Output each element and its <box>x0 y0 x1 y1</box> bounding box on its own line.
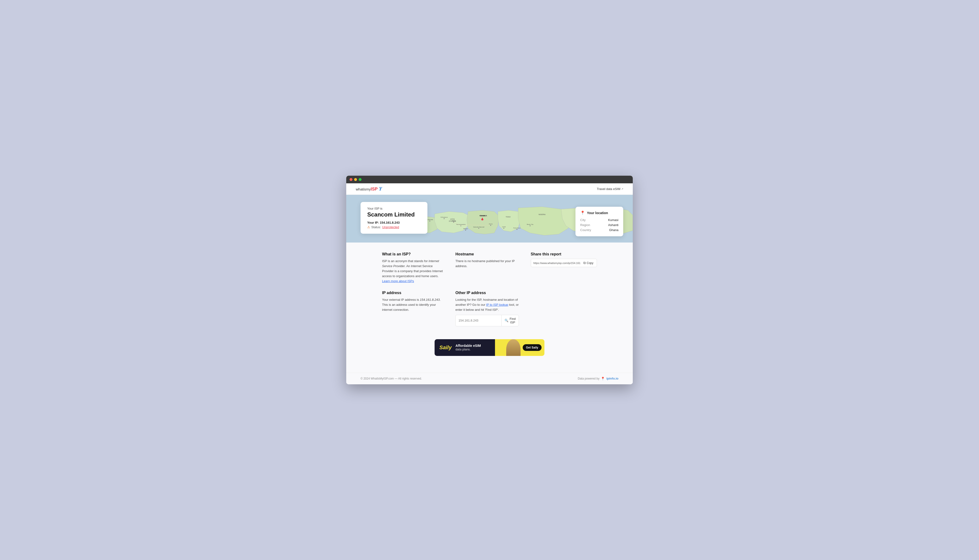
location-country-row: Country Ghana <box>580 227 619 232</box>
maximize-button[interactable] <box>359 178 362 181</box>
other-ip-section: Other IP address Looking for the ISP, ho… <box>455 291 519 326</box>
share-heading: Share this report <box>531 252 597 257</box>
hostname-text: There is no hostname published for your … <box>455 259 519 269</box>
main-content: What is an ISP? ISP is an acronym that s… <box>346 243 633 372</box>
share-section: Share this report https://www.whatismyis… <box>531 252 597 283</box>
ad-text: Affordable eSIM data plans. <box>455 344 481 351</box>
svg-point-11 <box>444 218 445 219</box>
site-footer: © 2024 WhatIsMyISP.com — All rights rese… <box>346 373 633 384</box>
close-button[interactable] <box>350 178 352 181</box>
ad-banner[interactable]: Saily Affordable eSIM data plans. Get Sa… <box>435 339 544 356</box>
country-value: Ghana <box>609 228 619 232</box>
what-is-isp-heading: What is an ISP? <box>382 252 444 257</box>
copy-label: Copy <box>587 262 594 265</box>
share-url: https://www.whatismyisp.com/ip/154.161 <box>534 262 580 265</box>
hostname-section: Hostname There is no hostname published … <box>455 252 519 283</box>
city-value: Kumasi <box>608 218 619 222</box>
ad-banner-wrapper: Saily Affordable eSIM data plans. Get Sa… <box>360 332 619 363</box>
location-popup-header: 📍 Your location <box>580 210 619 215</box>
learn-more-isps-link[interactable]: Learn more about ISPs <box>382 279 414 283</box>
ip-line: Your IP: 154.161.8.243 <box>367 221 421 224</box>
powered-label: Data powered by <box>578 377 600 380</box>
svg-point-23 <box>490 225 491 226</box>
ip-to-isp-link[interactable]: IP to ISP lookup <box>486 303 509 307</box>
ip-lookup-box: 🔍 Find ISP <box>455 315 519 326</box>
search-icon: 🔍 <box>505 319 509 322</box>
svg-text:CÔTE: CÔTE <box>450 218 455 220</box>
content-grid: What is an ISP? ISP is an acronym that s… <box>382 252 597 326</box>
status-label: Status: <box>371 225 381 229</box>
ad-logo: Saily <box>439 345 452 351</box>
city-label: City <box>580 218 585 222</box>
country-label: Country <box>580 228 591 232</box>
hero-section: SIERRA LEONE LIBERIA CÔTE D'IVOIRE GHANA… <box>346 195 633 243</box>
location-popup: 📍 Your location City Kumasi Region Ashan… <box>575 207 623 236</box>
svg-text:Lomé: Lomé <box>502 226 506 227</box>
footer-copyright: © 2024 WhatIsMyISP.com — All rights rese… <box>360 377 422 380</box>
svg-point-29 <box>530 225 530 226</box>
browser-titlebar <box>346 176 633 183</box>
external-link-icon: ↗ <box>621 188 623 190</box>
location-region-row: Region Ashanti <box>580 222 619 227</box>
browser-window: whatismyISP 𝒀 Travel data eSIM ↗ <box>346 176 633 384</box>
site-header: whatismyISP 𝒀 Travel data eSIM ↗ <box>346 183 633 195</box>
copy-button[interactable]: ⧉ Copy <box>582 260 594 265</box>
status-line: ⚠ Status: Unprotected <box>367 225 421 229</box>
region-value: Ashanti <box>608 223 619 227</box>
ad-person <box>506 339 520 356</box>
ad-subtext: data plans. <box>455 348 481 351</box>
what-is-isp-section: What is an ISP? ISP is an acronym that s… <box>382 252 444 283</box>
svg-text:Sekondi-Takoradi: Sekondi-Takoradi <box>473 226 484 228</box>
ipinfo-brand: ipinfo.io <box>606 377 619 380</box>
footer-powered: Data powered by 📍 ipinfo.io <box>578 377 619 380</box>
what-is-isp-text: ISP is an acronym that stands for Intern… <box>382 259 444 283</box>
svg-text:Abidjan: Abidjan <box>463 228 468 229</box>
hostname-heading: Hostname <box>455 252 519 257</box>
empty-cell <box>531 291 597 326</box>
svg-point-25 <box>504 228 504 229</box>
svg-point-17 <box>465 230 466 231</box>
svg-text:Kumasi: Kumasi <box>479 215 485 217</box>
other-ip-heading: Other IP address <box>455 291 519 295</box>
status-value: Unprotected <box>382 225 399 229</box>
svg-text:Yamoussoukro: Yamoussoukro <box>456 224 465 225</box>
svg-text:TOGO: TOGO <box>506 216 511 218</box>
minimize-button[interactable] <box>354 178 357 181</box>
other-ip-text: Looking for the ISP, hostname and locati… <box>455 297 519 312</box>
svg-point-27 <box>517 229 517 230</box>
isp-label: Your ISP is <box>367 207 421 210</box>
ad-cta-button[interactable]: Get Saily <box>523 344 542 351</box>
svg-point-9 <box>429 220 430 222</box>
isp-name: Scancom Limited <box>367 211 421 218</box>
find-isp-button[interactable]: 🔍 Find ISP <box>502 315 519 326</box>
svg-text:N'Zerekore: N'Zerekore <box>440 217 448 218</box>
copy-icon: ⧉ <box>583 261 586 265</box>
isp-card: Your ISP is Scancom Limited Your IP: 154… <box>360 202 427 234</box>
nav-link-label: Travel data eSIM <box>597 187 620 191</box>
ip-address-section: IP address Your external IP address is 1… <box>382 291 444 326</box>
svg-point-19 <box>478 228 479 229</box>
svg-text:Benin City: Benin City <box>527 224 533 225</box>
region-label: Region <box>580 223 590 227</box>
copy-bar: https://www.whatismyisp.com/ip/154.161 ⧉… <box>531 259 597 267</box>
find-isp-label: Find ISP <box>510 317 515 324</box>
svg-text:Daloa: Daloa <box>452 220 455 222</box>
svg-text:Greenville: Greenville <box>427 219 433 220</box>
ip-lookup-input[interactable] <box>455 317 502 324</box>
svg-text:Accra: Accra <box>489 223 493 225</box>
travel-esim-link[interactable]: Travel data eSIM ↗ <box>597 187 623 191</box>
ipinfo-icon: 📍 <box>601 377 605 380</box>
svg-text:Porto-Novo: Porto-Novo <box>514 227 521 229</box>
ip-address-heading: IP address <box>382 291 444 295</box>
svg-text:NIGERIA: NIGERIA <box>539 213 545 215</box>
ad-headline: Affordable eSIM <box>455 344 481 348</box>
site-logo[interactable]: whatismyISP 𝒀 <box>356 186 382 192</box>
ip-address-text: Your external IP address is 154.161.8.24… <box>382 297 444 312</box>
warning-icon: ⚠ <box>367 225 370 229</box>
location-pin-icon: 📍 <box>580 210 585 215</box>
location-city-row: City Kumasi <box>580 217 619 222</box>
location-title: Your location <box>587 211 608 215</box>
